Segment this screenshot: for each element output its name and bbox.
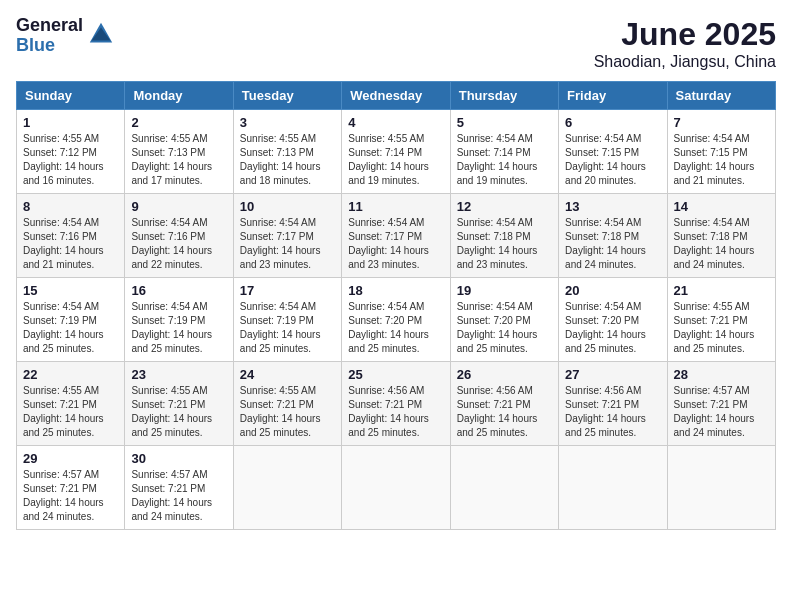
day-info: Sunrise: 4:54 AM Sunset: 7:16 PM Dayligh… [131, 216, 226, 272]
day-number: 10 [240, 199, 335, 214]
day-cell [342, 446, 450, 530]
day-number: 18 [348, 283, 443, 298]
day-cell: 10Sunrise: 4:54 AM Sunset: 7:17 PM Dayli… [233, 194, 341, 278]
day-cell: 14Sunrise: 4:54 AM Sunset: 7:18 PM Dayli… [667, 194, 775, 278]
day-cell: 21Sunrise: 4:55 AM Sunset: 7:21 PM Dayli… [667, 278, 775, 362]
day-cell: 1Sunrise: 4:55 AM Sunset: 7:12 PM Daylig… [17, 110, 125, 194]
day-number: 23 [131, 367, 226, 382]
day-number: 26 [457, 367, 552, 382]
day-info: Sunrise: 4:54 AM Sunset: 7:15 PM Dayligh… [565, 132, 660, 188]
day-cell: 15Sunrise: 4:54 AM Sunset: 7:19 PM Dayli… [17, 278, 125, 362]
day-info: Sunrise: 4:54 AM Sunset: 7:17 PM Dayligh… [348, 216, 443, 272]
day-cell: 13Sunrise: 4:54 AM Sunset: 7:18 PM Dayli… [559, 194, 667, 278]
day-cell: 28Sunrise: 4:57 AM Sunset: 7:21 PM Dayli… [667, 362, 775, 446]
day-cell: 23Sunrise: 4:55 AM Sunset: 7:21 PM Dayli… [125, 362, 233, 446]
day-number: 11 [348, 199, 443, 214]
day-info: Sunrise: 4:54 AM Sunset: 7:20 PM Dayligh… [457, 300, 552, 356]
day-cell: 8Sunrise: 4:54 AM Sunset: 7:16 PM Daylig… [17, 194, 125, 278]
day-info: Sunrise: 4:54 AM Sunset: 7:19 PM Dayligh… [240, 300, 335, 356]
logo-blue: Blue [16, 36, 83, 56]
day-cell: 26Sunrise: 4:56 AM Sunset: 7:21 PM Dayli… [450, 362, 558, 446]
day-number: 6 [565, 115, 660, 130]
day-cell: 2Sunrise: 4:55 AM Sunset: 7:13 PM Daylig… [125, 110, 233, 194]
day-number: 30 [131, 451, 226, 466]
day-info: Sunrise: 4:55 AM Sunset: 7:21 PM Dayligh… [23, 384, 118, 440]
day-cell: 24Sunrise: 4:55 AM Sunset: 7:21 PM Dayli… [233, 362, 341, 446]
day-cell: 9Sunrise: 4:54 AM Sunset: 7:16 PM Daylig… [125, 194, 233, 278]
day-info: Sunrise: 4:54 AM Sunset: 7:19 PM Dayligh… [23, 300, 118, 356]
day-number: 19 [457, 283, 552, 298]
day-cell: 7Sunrise: 4:54 AM Sunset: 7:15 PM Daylig… [667, 110, 775, 194]
day-number: 16 [131, 283, 226, 298]
day-number: 24 [240, 367, 335, 382]
day-info: Sunrise: 4:55 AM Sunset: 7:21 PM Dayligh… [240, 384, 335, 440]
header-monday: Monday [125, 82, 233, 110]
day-cell: 27Sunrise: 4:56 AM Sunset: 7:21 PM Dayli… [559, 362, 667, 446]
day-number: 7 [674, 115, 769, 130]
day-number: 1 [23, 115, 118, 130]
day-info: Sunrise: 4:54 AM Sunset: 7:17 PM Dayligh… [240, 216, 335, 272]
day-info: Sunrise: 4:54 AM Sunset: 7:18 PM Dayligh… [565, 216, 660, 272]
day-number: 3 [240, 115, 335, 130]
day-number: 2 [131, 115, 226, 130]
day-info: Sunrise: 4:54 AM Sunset: 7:16 PM Dayligh… [23, 216, 118, 272]
day-info: Sunrise: 4:54 AM Sunset: 7:18 PM Dayligh… [674, 216, 769, 272]
day-cell: 5Sunrise: 4:54 AM Sunset: 7:14 PM Daylig… [450, 110, 558, 194]
day-cell [450, 446, 558, 530]
day-cell: 20Sunrise: 4:54 AM Sunset: 7:20 PM Dayli… [559, 278, 667, 362]
day-info: Sunrise: 4:54 AM Sunset: 7:18 PM Dayligh… [457, 216, 552, 272]
logo-general: General [16, 16, 83, 36]
day-info: Sunrise: 4:55 AM Sunset: 7:21 PM Dayligh… [131, 384, 226, 440]
month-title: June 2025 [594, 16, 776, 53]
day-number: 27 [565, 367, 660, 382]
day-info: Sunrise: 4:55 AM Sunset: 7:12 PM Dayligh… [23, 132, 118, 188]
header-tuesday: Tuesday [233, 82, 341, 110]
day-number: 4 [348, 115, 443, 130]
day-number: 9 [131, 199, 226, 214]
page-header: General Blue June 2025 Shaodian, Jiangsu… [16, 16, 776, 71]
day-cell [233, 446, 341, 530]
day-number: 25 [348, 367, 443, 382]
day-info: Sunrise: 4:54 AM Sunset: 7:20 PM Dayligh… [565, 300, 660, 356]
day-number: 29 [23, 451, 118, 466]
day-cell: 12Sunrise: 4:54 AM Sunset: 7:18 PM Dayli… [450, 194, 558, 278]
day-number: 5 [457, 115, 552, 130]
day-info: Sunrise: 4:54 AM Sunset: 7:20 PM Dayligh… [348, 300, 443, 356]
day-cell: 11Sunrise: 4:54 AM Sunset: 7:17 PM Dayli… [342, 194, 450, 278]
week-row-1: 8Sunrise: 4:54 AM Sunset: 7:16 PM Daylig… [17, 194, 776, 278]
day-info: Sunrise: 4:56 AM Sunset: 7:21 PM Dayligh… [457, 384, 552, 440]
day-number: 15 [23, 283, 118, 298]
calendar-header-row: SundayMondayTuesdayWednesdayThursdayFrid… [17, 82, 776, 110]
day-cell: 6Sunrise: 4:54 AM Sunset: 7:15 PM Daylig… [559, 110, 667, 194]
day-info: Sunrise: 4:55 AM Sunset: 7:13 PM Dayligh… [131, 132, 226, 188]
day-cell: 18Sunrise: 4:54 AM Sunset: 7:20 PM Dayli… [342, 278, 450, 362]
day-number: 14 [674, 199, 769, 214]
day-number: 12 [457, 199, 552, 214]
day-number: 20 [565, 283, 660, 298]
day-info: Sunrise: 4:57 AM Sunset: 7:21 PM Dayligh… [131, 468, 226, 524]
week-row-3: 22Sunrise: 4:55 AM Sunset: 7:21 PM Dayli… [17, 362, 776, 446]
day-info: Sunrise: 4:57 AM Sunset: 7:21 PM Dayligh… [23, 468, 118, 524]
day-info: Sunrise: 4:54 AM Sunset: 7:19 PM Dayligh… [131, 300, 226, 356]
week-row-0: 1Sunrise: 4:55 AM Sunset: 7:12 PM Daylig… [17, 110, 776, 194]
day-number: 21 [674, 283, 769, 298]
day-info: Sunrise: 4:56 AM Sunset: 7:21 PM Dayligh… [348, 384, 443, 440]
day-cell: 16Sunrise: 4:54 AM Sunset: 7:19 PM Dayli… [125, 278, 233, 362]
day-info: Sunrise: 4:54 AM Sunset: 7:15 PM Dayligh… [674, 132, 769, 188]
header-thursday: Thursday [450, 82, 558, 110]
day-cell [559, 446, 667, 530]
day-cell [667, 446, 775, 530]
day-number: 22 [23, 367, 118, 382]
day-info: Sunrise: 4:57 AM Sunset: 7:21 PM Dayligh… [674, 384, 769, 440]
header-saturday: Saturday [667, 82, 775, 110]
day-cell: 22Sunrise: 4:55 AM Sunset: 7:21 PM Dayli… [17, 362, 125, 446]
day-info: Sunrise: 4:56 AM Sunset: 7:21 PM Dayligh… [565, 384, 660, 440]
day-info: Sunrise: 4:55 AM Sunset: 7:21 PM Dayligh… [674, 300, 769, 356]
day-info: Sunrise: 4:55 AM Sunset: 7:13 PM Dayligh… [240, 132, 335, 188]
location-title: Shaodian, Jiangsu, China [594, 53, 776, 71]
week-row-4: 29Sunrise: 4:57 AM Sunset: 7:21 PM Dayli… [17, 446, 776, 530]
logo-icon [87, 20, 115, 48]
day-cell: 3Sunrise: 4:55 AM Sunset: 7:13 PM Daylig… [233, 110, 341, 194]
day-info: Sunrise: 4:54 AM Sunset: 7:14 PM Dayligh… [457, 132, 552, 188]
day-cell: 29Sunrise: 4:57 AM Sunset: 7:21 PM Dayli… [17, 446, 125, 530]
